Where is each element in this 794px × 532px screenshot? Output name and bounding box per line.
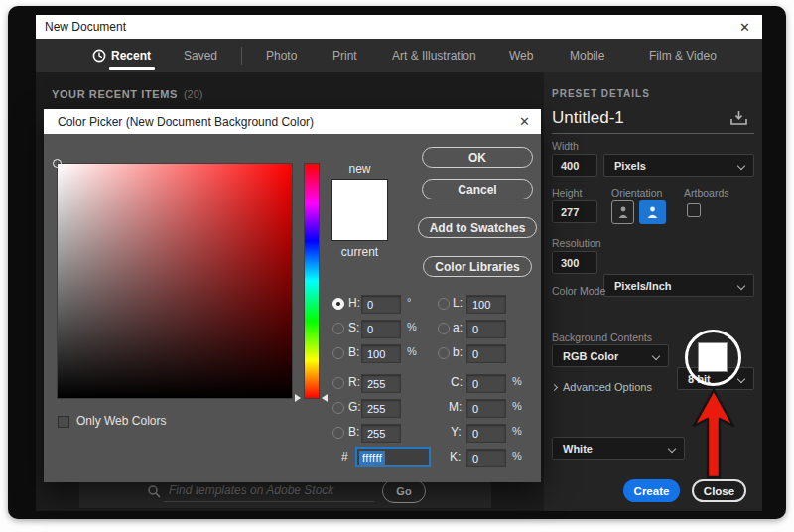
- g-radio[interactable]: [332, 402, 344, 414]
- k-input[interactable]: 0: [466, 449, 506, 467]
- a-input[interactable]: 0: [466, 320, 506, 338]
- stock-search-input[interactable]: [169, 480, 372, 500]
- tab-art-illustration[interactable]: Art & Illustration: [392, 39, 476, 72]
- r-input[interactable]: 255: [361, 374, 401, 393]
- tab-photo[interactable]: Photo: [266, 39, 297, 72]
- artboards-checkbox[interactable]: [687, 203, 701, 217]
- m-input[interactable]: 0: [466, 399, 506, 418]
- color-picker-titlebar: Color Picker (New Document Background Co…: [44, 109, 541, 134]
- lab-b-input[interactable]: 0: [466, 344, 506, 363]
- hex-value-selected: ffffff: [359, 451, 385, 465]
- close-button[interactable]: Close: [692, 479, 746, 502]
- k-label: K:: [450, 450, 461, 464]
- resolution-unit-dropdown[interactable]: Pixels/Inch: [603, 274, 754, 297]
- color-libraries-button[interactable]: Color Libraries: [423, 256, 532, 277]
- hex-input[interactable]: ffffff: [355, 447, 431, 467]
- h-radio[interactable]: [332, 298, 344, 310]
- c-input[interactable]: 0: [466, 374, 506, 393]
- height-label: Height: [552, 187, 582, 199]
- advanced-options-toggle[interactable]: Advanced Options: [552, 381, 652, 393]
- annotation-circle: [685, 330, 741, 386]
- orientation-label: Orientation: [611, 187, 662, 199]
- document-name-underline: [552, 133, 754, 134]
- color-field-marker[interactable]: [53, 159, 62, 168]
- chevron-right-icon: [551, 383, 558, 390]
- rgb-b-radio[interactable]: [332, 427, 344, 439]
- new-color-label: new: [331, 162, 388, 176]
- y-label: Y:: [451, 425, 462, 439]
- m-unit: %: [512, 400, 522, 412]
- l-input[interactable]: 100: [466, 295, 506, 314]
- s-radio[interactable]: [332, 323, 344, 334]
- tab-divider: [241, 47, 242, 65]
- hex-label: #: [341, 450, 348, 464]
- chevron-down-icon: [652, 352, 660, 360]
- h-input[interactable]: 0: [361, 295, 401, 314]
- orientation-portrait-button[interactable]: [611, 200, 634, 224]
- active-tab-underline: [109, 67, 155, 70]
- window-title: New Document: [36, 20, 126, 34]
- recent-items-count: (20): [184, 88, 203, 100]
- r-label: R:: [348, 375, 360, 389]
- hue-slider-marker-left[interactable]: [295, 394, 301, 402]
- s-label: S:: [348, 321, 359, 334]
- only-web-colors-label: Only Web Colors: [76, 414, 166, 428]
- h-unit: °: [407, 296, 411, 308]
- rgb-b-label: B:: [348, 425, 359, 439]
- h-label: H:: [348, 296, 360, 310]
- s-input[interactable]: 0: [361, 320, 401, 338]
- orientation-landscape-button[interactable]: [639, 200, 666, 224]
- color-field[interactable]: [57, 163, 293, 399]
- hue-slider[interactable]: [304, 163, 320, 399]
- cancel-button[interactable]: Cancel: [422, 179, 533, 200]
- create-button[interactable]: Create: [623, 479, 680, 502]
- chevron-down-icon: [737, 375, 745, 383]
- g-input[interactable]: 255: [361, 399, 401, 418]
- tab-saved[interactable]: Saved: [184, 39, 217, 72]
- tab-web[interactable]: Web: [509, 39, 533, 72]
- resolution-input[interactable]: 300: [552, 251, 597, 274]
- color-picker-close-icon[interactable]: ✕: [519, 114, 541, 129]
- background-contents-label: Background Contents: [552, 332, 652, 343]
- ok-button[interactable]: OK: [422, 147, 533, 168]
- width-input[interactable]: 400: [552, 154, 597, 177]
- go-button[interactable]: Go: [382, 479, 426, 503]
- only-web-colors-checkbox[interactable]: [58, 416, 69, 428]
- height-input[interactable]: 277: [552, 200, 597, 223]
- new-current-color-swatch: [331, 179, 388, 241]
- width-unit-value: Pixels: [614, 160, 646, 172]
- b-radio[interactable]: [332, 347, 344, 359]
- lab-b-radio[interactable]: [438, 347, 450, 359]
- color-mode-label: Color Mode: [552, 285, 605, 297]
- search-icon: [147, 484, 161, 498]
- tab-mobile[interactable]: Mobile: [570, 39, 604, 72]
- add-to-swatches-button[interactable]: Add to Swatches: [418, 217, 537, 238]
- a-radio[interactable]: [438, 323, 450, 334]
- current-color-label: current: [331, 245, 388, 259]
- chevron-down-icon: [737, 162, 745, 170]
- portrait-icon: [617, 205, 629, 219]
- hue-slider-marker-right[interactable]: [322, 394, 328, 402]
- b-input[interactable]: 100: [361, 344, 401, 363]
- resolution-unit-value: Pixels/Inch: [614, 280, 671, 292]
- y-input[interactable]: 0: [466, 424, 506, 443]
- preset-details-title: PRESET DETAILS: [552, 88, 650, 99]
- r-radio[interactable]: [332, 377, 344, 389]
- rgb-b-input[interactable]: 255: [361, 424, 401, 443]
- l-label: L:: [453, 296, 463, 310]
- l-radio[interactable]: [438, 298, 450, 310]
- window-close-icon[interactable]: ✕: [739, 20, 762, 35]
- color-mode-dropdown[interactable]: RGB Color: [552, 344, 669, 367]
- window-titlebar: New Document ✕: [36, 15, 762, 39]
- background-contents-dropdown[interactable]: White: [552, 437, 685, 460]
- tab-print[interactable]: Print: [332, 39, 357, 72]
- background-contents-value: White: [563, 443, 593, 455]
- c-unit: %: [512, 375, 522, 387]
- recent-items-title: YOUR RECENT ITEMS: [52, 88, 178, 100]
- width-unit-dropdown[interactable]: Pixels: [603, 154, 754, 177]
- save-preset-icon[interactable]: [730, 111, 747, 126]
- document-tabbar: Recent Saved Photo Print Art & Illustrat…: [36, 39, 762, 72]
- color-mode-value: RGB Color: [563, 350, 618, 362]
- document-name-field[interactable]: Untitled-1: [552, 108, 624, 128]
- tab-film-video[interactable]: Film & Video: [649, 39, 717, 72]
